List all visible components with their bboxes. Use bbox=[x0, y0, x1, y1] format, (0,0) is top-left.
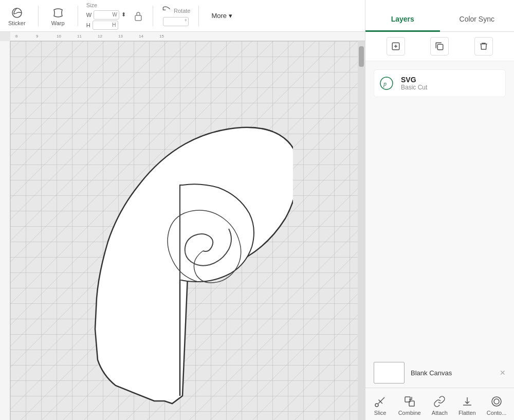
grid-canvas[interactable] bbox=[10, 41, 358, 420]
contour-icon bbox=[489, 394, 504, 409]
ruler-mark-12: 12 bbox=[98, 34, 102, 39]
more-arrow: ▾ bbox=[229, 12, 232, 20]
slice-label: Slice bbox=[374, 410, 387, 416]
sep2 bbox=[78, 6, 78, 26]
size-w-label: W bbox=[86, 12, 91, 18]
rotate-icon bbox=[161, 6, 172, 16]
warp-tool[interactable]: Warp bbox=[47, 4, 69, 28]
svg-point-6 bbox=[375, 404, 378, 407]
attach-icon bbox=[432, 394, 447, 409]
ruler-mark-10: 10 bbox=[57, 34, 61, 39]
warp-label: Warp bbox=[51, 20, 65, 26]
sep4 bbox=[198, 6, 199, 26]
ruler-horizontal: 8 9 10 11 12 13 14 15 bbox=[10, 32, 365, 41]
size-group: Size W ⬍ H bbox=[86, 2, 126, 30]
sticker-tool[interactable]: Sticker bbox=[4, 4, 30, 28]
ruler-mark-13: 13 bbox=[118, 34, 123, 39]
blank-canvas-preview bbox=[374, 362, 405, 384]
sep1 bbox=[38, 6, 39, 26]
svg-point-10 bbox=[494, 399, 499, 404]
svg-text:p: p bbox=[383, 80, 387, 87]
contour-label: Conto... bbox=[487, 410, 507, 416]
layer-name: SVG bbox=[401, 76, 427, 84]
blank-canvas-label: Blank Canvas bbox=[411, 369, 452, 377]
sticker-label: Sticker bbox=[8, 20, 26, 26]
warp-icon bbox=[51, 6, 65, 20]
attach-action[interactable]: Attach bbox=[428, 392, 452, 418]
svg-point-4 bbox=[380, 77, 393, 89]
lock-icon-container[interactable] bbox=[132, 9, 144, 23]
panel-content: p SVG Basic Cut bbox=[365, 61, 514, 358]
add-layer-icon bbox=[391, 42, 400, 51]
rotate-input[interactable] bbox=[163, 17, 189, 26]
svg-rect-3 bbox=[438, 44, 444, 50]
combine-label: Combine bbox=[398, 410, 421, 416]
lock-icon bbox=[134, 11, 142, 21]
size-up-down[interactable]: ⬍ bbox=[121, 11, 126, 18]
duplicate-layer-button[interactable] bbox=[430, 37, 449, 56]
panel-tabs: Layers Color Sync bbox=[365, 0, 514, 32]
blank-canvas-section: Blank Canvas ✕ bbox=[365, 358, 514, 388]
canvas-area: 8 9 10 11 12 13 14 15 bbox=[0, 32, 365, 420]
ruler-mark-8: 8 bbox=[15, 34, 17, 39]
tab-color-sync[interactable]: Color Sync bbox=[440, 10, 515, 32]
layer-subname: Basic Cut bbox=[401, 84, 427, 91]
size-label: Size bbox=[86, 2, 126, 8]
bottom-actions: Slice Combine Attach bbox=[365, 388, 514, 420]
flatten-icon bbox=[460, 394, 474, 409]
ruler-mark-11: 11 bbox=[77, 34, 82, 39]
sticker-icon bbox=[10, 6, 24, 20]
layer-item-svg[interactable]: p SVG Basic Cut bbox=[374, 69, 506, 97]
design-element[interactable] bbox=[72, 82, 293, 418]
sep3 bbox=[153, 6, 153, 26]
ruler-vertical bbox=[0, 41, 10, 420]
combine-icon bbox=[402, 394, 417, 409]
size-h-input[interactable] bbox=[93, 21, 118, 30]
tab-layers[interactable]: Layers bbox=[365, 10, 440, 32]
combine-action[interactable]: Combine bbox=[394, 392, 425, 418]
svg-point-9 bbox=[492, 397, 501, 406]
size-w-input[interactable] bbox=[94, 10, 119, 20]
flatten-label: Flatten bbox=[458, 410, 476, 416]
size-h-label: H bbox=[86, 22, 90, 28]
svg-rect-1 bbox=[135, 15, 141, 21]
more-label: More bbox=[211, 12, 227, 20]
ruler-mark-14: 14 bbox=[139, 34, 143, 39]
layer-info: SVG Basic Cut bbox=[401, 76, 427, 91]
right-panel: Layers Color Sync bbox=[365, 0, 514, 420]
ruler-mark-9: 9 bbox=[36, 34, 38, 39]
trash-icon bbox=[479, 42, 488, 51]
slice-icon bbox=[373, 394, 388, 409]
rotate-group: Rotate bbox=[161, 6, 190, 26]
panel-actions bbox=[365, 32, 514, 61]
add-layer-button[interactable] bbox=[387, 37, 405, 56]
duplicate-icon bbox=[435, 42, 444, 51]
delete-layer-button[interactable] bbox=[474, 37, 493, 56]
rotate-label: Rotate bbox=[174, 8, 190, 14]
close-blank-canvas-button[interactable]: ✕ bbox=[500, 369, 506, 377]
contour-action[interactable]: Conto... bbox=[483, 392, 511, 418]
scroll-track[interactable] bbox=[358, 41, 365, 420]
scroll-thumb[interactable] bbox=[359, 46, 364, 67]
ruler-mark-15: 15 bbox=[159, 34, 164, 39]
slice-action[interactable]: Slice bbox=[369, 392, 392, 418]
svg-layer-icon: p bbox=[378, 75, 395, 92]
more-button[interactable]: More ▾ bbox=[207, 10, 236, 22]
attach-label: Attach bbox=[432, 410, 448, 416]
flatten-action[interactable]: Flatten bbox=[454, 392, 480, 418]
